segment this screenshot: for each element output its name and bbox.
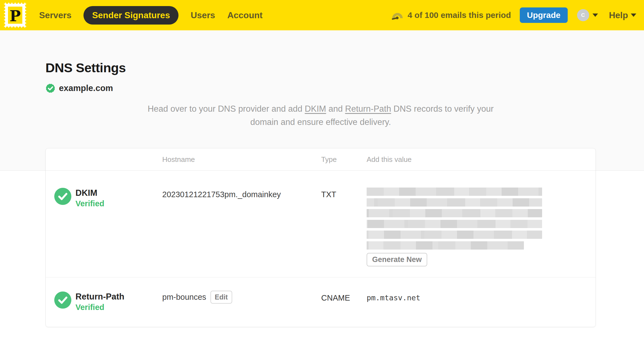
nav-item-servers[interactable]: Servers — [39, 10, 71, 20]
verified-check-icon — [54, 291, 71, 309]
nav-item-sender-signatures[interactable]: Sender Signatures — [83, 6, 178, 25]
dkim-status-cell: DKIM Verified — [54, 171, 162, 277]
dns-settings-page: P Servers Sender Signatures Users Accoun… — [0, 0, 644, 337]
description-text: Head over to your DNS provider and add — [148, 104, 305, 114]
avatar: C — [577, 9, 589, 21]
edit-button[interactable]: Edit — [210, 291, 232, 304]
redacted-dkim-value — [367, 188, 596, 250]
chevron-down-icon — [631, 14, 636, 17]
chevron-down-icon — [592, 14, 598, 17]
upgrade-button[interactable]: Upgrade — [520, 7, 568, 23]
page-title: DNS Settings — [45, 60, 126, 75]
redacted-line — [367, 198, 542, 207]
record-name: Return-Path — [75, 291, 124, 302]
usage-text: 4 of 100 emails this period — [408, 10, 511, 20]
redacted-line — [367, 188, 542, 196]
top-navbar: P Servers Sender Signatures Users Accoun… — [0, 0, 644, 30]
usage-meter: 4 of 100 emails this period — [391, 10, 511, 20]
record-name: DKIM — [75, 188, 104, 198]
account-menu-button[interactable]: C — [577, 9, 598, 21]
table-row-dkim: DKIM Verified 20230121221753pm._domainke… — [46, 171, 596, 277]
redacted-line — [367, 241, 524, 250]
column-header-hostname: Hostname — [162, 155, 321, 164]
help-menu-button[interactable]: Help — [609, 10, 636, 20]
return-path-link[interactable]: Return-Path — [345, 104, 391, 114]
nav-items: Servers Sender Signatures Users Account — [39, 6, 263, 25]
description-text: and — [326, 104, 345, 114]
table-row-return-path: Return-Path Verified pm-bounces Edit CNA… — [46, 277, 596, 327]
return-path-value: pm.mtasv.net — [367, 293, 420, 302]
postmark-logo[interactable]: P — [4, 2, 26, 28]
dkim-hostname: 20230121221753pm._domainkey — [162, 171, 321, 277]
return-path-value-cell: pm.mtasv.net — [367, 277, 596, 327]
redacted-line — [367, 209, 542, 217]
return-path-hostname-cell: pm-bounces Edit — [162, 277, 321, 327]
status-badge: Verified — [75, 302, 124, 312]
verified-domain: example.com — [45, 83, 113, 94]
return-path-status-cell: Return-Path Verified — [54, 277, 162, 327]
table-header-row: Hostname Type Add this value — [46, 148, 596, 171]
dns-records-table: Hostname Type Add this value DKIM Verifi… — [45, 148, 596, 327]
help-label: Help — [609, 10, 628, 20]
column-header-value: Add this value — [367, 155, 596, 164]
redacted-line — [367, 220, 542, 228]
nav-item-account[interactable]: Account — [227, 10, 263, 20]
gauge-icon — [391, 10, 404, 20]
verified-badge-icon — [45, 83, 56, 94]
return-path-record-type: CNAME — [321, 277, 367, 327]
redacted-line — [367, 231, 542, 239]
domain-name: example.com — [59, 83, 113, 93]
dkim-record-type: TXT — [321, 171, 367, 277]
generate-new-button[interactable]: Generate New — [367, 253, 427, 266]
return-path-hostname: pm-bounces — [162, 293, 206, 302]
status-badge: Verified — [75, 199, 104, 208]
dkim-value-cell: Generate New — [367, 171, 596, 277]
column-header-type: Type — [321, 155, 367, 164]
nav-item-users[interactable]: Users — [191, 10, 215, 20]
dns-instructions: Head over to your DNS provider and add D… — [142, 102, 500, 129]
logo-letter: P — [10, 7, 21, 25]
dkim-link[interactable]: DKIM — [305, 104, 326, 114]
nav-right-group: 4 of 100 emails this period Upgrade C He… — [391, 7, 636, 23]
verified-check-icon — [54, 188, 71, 205]
